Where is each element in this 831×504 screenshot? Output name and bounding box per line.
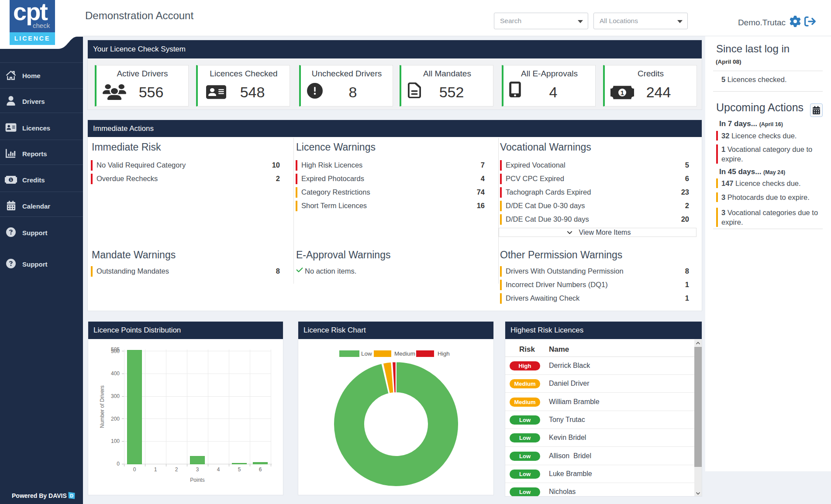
svg-text:6: 6 xyxy=(259,466,262,473)
svg-text:2: 2 xyxy=(175,466,178,473)
svg-text:High: High xyxy=(438,350,450,357)
svg-text:1: 1 xyxy=(10,178,12,182)
svg-text:Points: Points xyxy=(190,477,204,483)
svg-text:1: 1 xyxy=(154,466,157,473)
svg-text:0: 0 xyxy=(117,461,120,467)
svg-text:1: 1 xyxy=(621,89,624,96)
svg-text:Number of Drivers: Number of Drivers xyxy=(99,385,105,428)
svg-text:0: 0 xyxy=(133,466,136,473)
svg-text:100: 100 xyxy=(111,438,120,444)
svg-text:505: 505 xyxy=(111,346,120,353)
svg-text:200: 200 xyxy=(111,416,120,422)
svg-text:D: D xyxy=(70,493,73,498)
svg-text:Medium: Medium xyxy=(394,350,415,357)
svg-text:400: 400 xyxy=(111,370,120,377)
svg-text:3: 3 xyxy=(196,466,199,473)
svg-text:Low: Low xyxy=(361,350,372,357)
svg-text:5: 5 xyxy=(238,466,241,473)
svg-text:300: 300 xyxy=(111,393,120,399)
svg-text:4: 4 xyxy=(217,466,220,473)
